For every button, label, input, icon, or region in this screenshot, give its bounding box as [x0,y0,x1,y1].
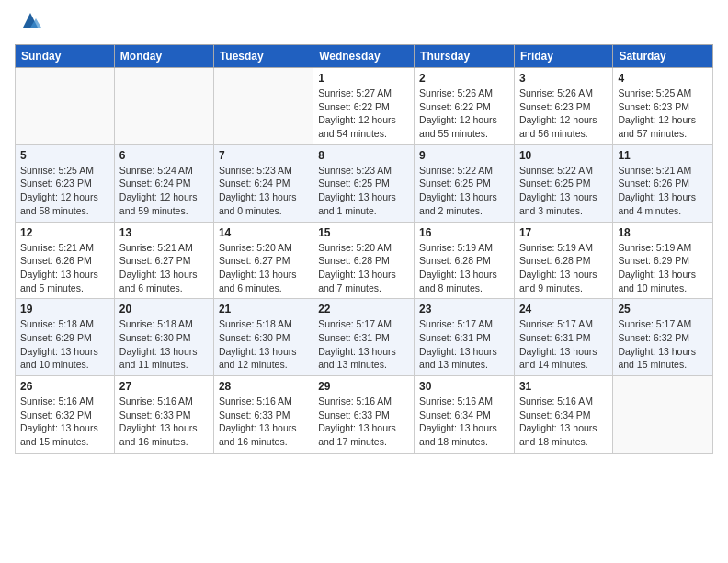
day-info: Sunrise: 5:27 AMSunset: 6:22 PMDaylight:… [318,86,409,141]
day-number: 15 [318,226,409,239]
day-number: 23 [419,303,509,316]
day-info: Sunrise: 5:18 AMSunset: 6:30 PMDaylight:… [219,317,308,372]
header-friday: Friday [514,45,612,68]
day-number: 29 [318,380,409,393]
day-number: 13 [119,226,209,239]
day-number: 20 [119,303,209,316]
calendar-cell: 25Sunrise: 5:17 AMSunset: 6:32 PMDayligh… [613,299,713,376]
calendar-week-1: 1Sunrise: 5:27 AMSunset: 6:22 PMDaylight… [16,68,713,145]
calendar-week-5: 26Sunrise: 5:16 AMSunset: 6:32 PMDayligh… [16,376,713,454]
day-info: Sunrise: 5:19 AMSunset: 6:28 PMDaylight:… [419,241,509,295]
calendar-cell: 4Sunrise: 5:25 AMSunset: 6:23 PMDaylight… [613,68,713,145]
calendar-cell [16,68,115,145]
day-number: 19 [20,303,109,316]
day-info: Sunrise: 5:25 AMSunset: 6:23 PMDaylight:… [618,86,708,141]
calendar-cell: 2Sunrise: 5:26 AMSunset: 6:22 PMDaylight… [415,68,515,145]
day-number: 11 [618,149,708,162]
calendar-cell: 14Sunrise: 5:20 AMSunset: 6:27 PMDayligh… [213,222,313,299]
day-info: Sunrise: 5:19 AMSunset: 6:29 PMDaylight:… [618,241,708,295]
day-number: 3 [519,72,608,85]
day-info: Sunrise: 5:16 AMSunset: 6:32 PMDaylight:… [20,395,109,449]
day-number: 27 [119,380,209,393]
day-number: 30 [419,380,509,393]
calendar-cell: 22Sunrise: 5:17 AMSunset: 6:31 PMDayligh… [313,299,415,376]
calendar-cell: 19Sunrise: 5:18 AMSunset: 6:29 PMDayligh… [16,299,115,376]
day-info: Sunrise: 5:19 AMSunset: 6:28 PMDaylight:… [519,241,608,295]
calendar-week-4: 19Sunrise: 5:18 AMSunset: 6:29 PMDayligh… [16,299,713,376]
day-info: Sunrise: 5:24 AMSunset: 6:24 PMDaylight:… [119,164,209,218]
day-number: 1 [318,72,409,85]
day-number: 22 [318,303,409,316]
day-number: 14 [219,226,308,239]
calendar-cell: 3Sunrise: 5:26 AMSunset: 6:23 PMDaylight… [514,68,612,145]
calendar-cell: 12Sunrise: 5:21 AMSunset: 6:26 PMDayligh… [16,222,115,299]
calendar-cell: 29Sunrise: 5:16 AMSunset: 6:33 PMDayligh… [313,376,415,454]
calendar-cell: 28Sunrise: 5:16 AMSunset: 6:33 PMDayligh… [213,376,313,454]
header-saturday: Saturday [613,45,713,68]
logo [15,15,43,33]
day-number: 28 [219,380,308,393]
day-info: Sunrise: 5:16 AMSunset: 6:33 PMDaylight:… [119,395,209,449]
day-number: 31 [519,380,608,393]
calendar-cell [114,68,213,145]
page-header [15,15,713,33]
day-info: Sunrise: 5:21 AMSunset: 6:27 PMDaylight:… [119,241,209,295]
day-number: 12 [20,226,109,239]
calendar-cell: 16Sunrise: 5:19 AMSunset: 6:28 PMDayligh… [415,222,515,299]
calendar-cell: 8Sunrise: 5:23 AMSunset: 6:25 PMDaylight… [313,144,415,222]
calendar-cell: 21Sunrise: 5:18 AMSunset: 6:30 PMDayligh… [213,299,313,376]
day-number: 7 [219,149,308,162]
calendar-cell: 5Sunrise: 5:25 AMSunset: 6:23 PMDaylight… [16,144,115,222]
calendar-week-3: 12Sunrise: 5:21 AMSunset: 6:26 PMDayligh… [16,222,713,299]
day-info: Sunrise: 5:16 AMSunset: 6:33 PMDaylight:… [318,395,409,449]
day-info: Sunrise: 5:23 AMSunset: 6:25 PMDaylight:… [318,164,409,218]
header-wednesday: Wednesday [313,45,415,68]
day-number: 9 [419,149,509,162]
calendar-cell: 20Sunrise: 5:18 AMSunset: 6:30 PMDayligh… [114,299,213,376]
logo-icon [17,7,43,33]
calendar-cell: 17Sunrise: 5:19 AMSunset: 6:28 PMDayligh… [514,222,612,299]
day-number: 25 [618,303,708,316]
calendar-cell: 11Sunrise: 5:21 AMSunset: 6:26 PMDayligh… [613,144,713,222]
day-number: 6 [119,149,209,162]
day-info: Sunrise: 5:22 AMSunset: 6:25 PMDaylight:… [519,164,608,218]
calendar-cell: 7Sunrise: 5:23 AMSunset: 6:24 PMDaylight… [213,144,313,222]
day-info: Sunrise: 5:26 AMSunset: 6:23 PMDaylight:… [519,86,608,141]
day-info: Sunrise: 5:20 AMSunset: 6:28 PMDaylight:… [318,241,409,295]
day-number: 17 [519,226,608,239]
calendar-cell: 15Sunrise: 5:20 AMSunset: 6:28 PMDayligh… [313,222,415,299]
day-number: 4 [618,72,708,85]
day-info: Sunrise: 5:16 AMSunset: 6:33 PMDaylight:… [219,395,308,449]
header-thursday: Thursday [415,45,515,68]
day-info: Sunrise: 5:25 AMSunset: 6:23 PMDaylight:… [20,164,109,218]
calendar-cell: 30Sunrise: 5:16 AMSunset: 6:34 PMDayligh… [415,376,515,454]
calendar-header-row: SundayMondayTuesdayWednesdayThursdayFrid… [16,45,713,68]
calendar-cell: 6Sunrise: 5:24 AMSunset: 6:24 PMDaylight… [114,144,213,222]
header-monday: Monday [114,45,213,68]
calendar-cell [613,376,713,454]
day-info: Sunrise: 5:16 AMSunset: 6:34 PMDaylight:… [419,395,509,449]
calendar-cell: 31Sunrise: 5:16 AMSunset: 6:34 PMDayligh… [514,376,612,454]
calendar-cell [213,68,313,145]
day-number: 18 [618,226,708,239]
day-info: Sunrise: 5:17 AMSunset: 6:31 PMDaylight:… [519,317,608,372]
day-info: Sunrise: 5:21 AMSunset: 6:26 PMDaylight:… [20,241,109,295]
day-info: Sunrise: 5:21 AMSunset: 6:26 PMDaylight:… [618,164,708,218]
day-info: Sunrise: 5:17 AMSunset: 6:31 PMDaylight:… [419,317,509,372]
calendar-cell: 10Sunrise: 5:22 AMSunset: 6:25 PMDayligh… [514,144,612,222]
calendar-cell: 1Sunrise: 5:27 AMSunset: 6:22 PMDaylight… [313,68,415,145]
calendar-cell: 27Sunrise: 5:16 AMSunset: 6:33 PMDayligh… [114,376,213,454]
day-info: Sunrise: 5:26 AMSunset: 6:22 PMDaylight:… [419,86,509,141]
day-number: 5 [20,149,109,162]
header-tuesday: Tuesday [213,45,313,68]
calendar-week-2: 5Sunrise: 5:25 AMSunset: 6:23 PMDaylight… [16,144,713,222]
calendar-table: SundayMondayTuesdayWednesdayThursdayFrid… [15,44,713,454]
day-number: 24 [519,303,608,316]
day-number: 2 [419,72,509,85]
day-info: Sunrise: 5:16 AMSunset: 6:34 PMDaylight:… [519,395,608,449]
header-sunday: Sunday [16,45,115,68]
calendar-cell: 18Sunrise: 5:19 AMSunset: 6:29 PMDayligh… [613,222,713,299]
calendar-cell: 13Sunrise: 5:21 AMSunset: 6:27 PMDayligh… [114,222,213,299]
day-info: Sunrise: 5:17 AMSunset: 6:31 PMDaylight:… [318,317,409,372]
day-info: Sunrise: 5:18 AMSunset: 6:29 PMDaylight:… [20,317,109,372]
